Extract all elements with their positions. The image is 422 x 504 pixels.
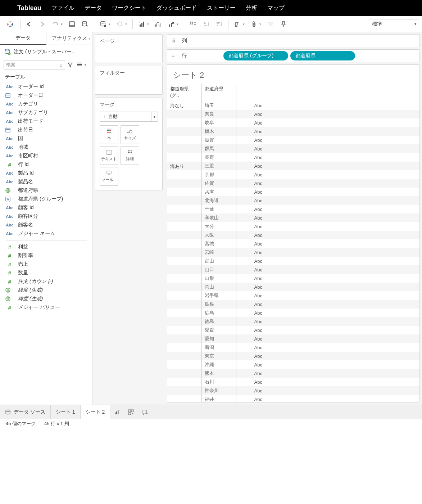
field-item[interactable]: Abc市区町村 (2, 152, 90, 160)
dropdown-icon[interactable]: ▾ (109, 22, 113, 26)
rows-shelf[interactable]: ≡行 都道府県 (グループ) 都道府県 (167, 49, 420, 62)
table-row[interactable]: 広島Abc (167, 309, 419, 317)
field-item[interactable]: Abc製品名 (2, 177, 90, 186)
table-row[interactable]: 山口Abc (167, 265, 419, 274)
table-row[interactable]: 奈良Abc (167, 110, 419, 118)
swap-button[interactable] (187, 19, 199, 30)
table-row[interactable]: 大分Abc (167, 222, 419, 231)
menu-map[interactable]: マップ (267, 4, 285, 12)
new-datasource-button[interactable] (66, 19, 78, 30)
table-row[interactable]: 岐阜Abc (167, 118, 419, 127)
new-worksheet-tab[interactable]: + (110, 405, 124, 419)
table-row[interactable]: 富山Abc (167, 257, 419, 265)
table-row[interactable]: 兵庫Abc (167, 188, 419, 196)
pin-button[interactable] (277, 19, 290, 30)
table-row[interactable]: 宮城Abc (167, 239, 419, 248)
dropdown-icon[interactable]: ▾ (243, 22, 247, 26)
sort-asc-button[interactable] (200, 19, 212, 30)
sheet-tab-2[interactable]: シート 2 (81, 405, 110, 419)
menu-file[interactable]: ファイル (51, 4, 74, 12)
field-item[interactable]: 出荷日 (2, 126, 90, 134)
mark-size-button[interactable]: サイズ (121, 125, 139, 144)
field-item[interactable]: #行 Id (2, 160, 90, 169)
attachment-button[interactable] (248, 19, 260, 30)
save-button[interactable] (49, 19, 62, 30)
new-story-tab[interactable]: + (138, 405, 152, 419)
field-item[interactable]: Abcサブカテゴリ (2, 108, 90, 117)
filter-icon[interactable] (67, 62, 74, 68)
datasource-item[interactable]: 注文 (サンプル - スーパー... (0, 45, 92, 59)
duplicate-button[interactable] (152, 19, 164, 30)
row-pill-group[interactable]: 都道府県 (グループ) (223, 51, 288, 60)
sheet-tab-1[interactable]: シート 1 (51, 405, 81, 419)
table-row[interactable]: 福井Abc (167, 395, 419, 402)
mark-tooltip-button[interactable]: ツール... (100, 167, 118, 186)
table-row[interactable]: 愛媛Abc (167, 326, 419, 334)
table-row[interactable]: 京都Abc (167, 170, 419, 179)
view-icon[interactable] (77, 62, 84, 67)
dropdown-icon[interactable]: ▾ (259, 22, 264, 26)
field-item[interactable]: オーダー日 (2, 91, 90, 100)
field-item[interactable]: Abcオーダー Id (2, 82, 90, 91)
dropdown-icon[interactable]: ▾ (177, 22, 181, 26)
mark-detail-button[interactable]: 詳細 (121, 146, 139, 165)
table-row[interactable]: 熊本Abc (167, 369, 419, 378)
dropdown-icon[interactable]: ▾ (147, 22, 151, 26)
table-row[interactable]: 海なし埼玉Abc (167, 101, 419, 110)
table-row[interactable]: 宮崎Abc (167, 248, 419, 257)
field-item[interactable]: 経度 (生成) (2, 286, 90, 294)
table-row[interactable]: 海あり三重Abc (167, 162, 419, 170)
dropdown-icon[interactable]: ▾ (61, 22, 65, 26)
collapse-icon[interactable]: ‹ (89, 36, 90, 41)
field-item[interactable]: Abcメジャー ネーム (2, 229, 90, 238)
field-item[interactable]: Abc製品 Id (2, 169, 90, 177)
table-row[interactable]: 栃木Abc (167, 127, 419, 136)
field-item[interactable]: Abc出荷モード (2, 117, 90, 126)
pages-card[interactable]: ページ (95, 34, 163, 63)
clear-button[interactable] (165, 19, 177, 30)
table-row[interactable]: 石川Abc (167, 378, 419, 386)
app-name[interactable]: Tableau (17, 4, 41, 12)
sheet-title[interactable]: シート 2 (167, 65, 419, 84)
field-item[interactable]: Abc顧客 Id (2, 203, 90, 212)
col-header-group[interactable]: 都道府県 (グ.. (167, 84, 202, 101)
field-item[interactable]: #売上 (2, 260, 90, 269)
field-item[interactable]: Abc地域 (2, 143, 90, 152)
new-worksheet-button[interactable]: + (136, 19, 148, 30)
table-row[interactable]: 群馬Abc (167, 144, 419, 153)
table-row[interactable]: 和歌山Abc (167, 213, 419, 222)
tableau-logo-icon[interactable] (3, 20, 17, 28)
field-item[interactable]: 緯度 (生成) (2, 294, 90, 303)
datasource-tab[interactable]: データ ソース (0, 405, 51, 419)
field-item[interactable]: Abc顧客区分 (2, 212, 90, 221)
table-row[interactable]: 島根Abc (167, 300, 419, 309)
table-row[interactable]: 愛知Abc (167, 334, 419, 343)
label-button[interactable]: T (264, 19, 277, 30)
menu-worksheet[interactable]: ワークシート (112, 4, 146, 12)
dropdown-icon[interactable]: ▾ (85, 63, 89, 67)
field-item[interactable]: #利益 (2, 243, 90, 251)
table-row[interactable]: 新潟Abc (167, 343, 419, 352)
menu-story[interactable]: ストーリー (207, 4, 236, 12)
fit-selector[interactable]: 標準 (369, 19, 419, 29)
field-item[interactable]: #割引率 (2, 251, 90, 260)
tab-analytics[interactable]: アナリティクス‹ (46, 32, 92, 45)
sort-desc-button[interactable] (213, 19, 225, 30)
table-row[interactable]: 佐賀Abc (167, 179, 419, 188)
field-item[interactable]: #注文 (カウント) (2, 277, 90, 286)
highlight-button[interactable] (231, 19, 244, 30)
table-row[interactable]: 岩手県Abc (167, 291, 419, 300)
menu-data[interactable]: データ (85, 4, 102, 12)
columns-shelf[interactable]: iii列 (167, 34, 420, 47)
refresh-button[interactable] (114, 19, 126, 30)
table-row[interactable]: 長野Abc (167, 153, 419, 162)
field-item[interactable]: Abc国 (2, 134, 90, 143)
field-item[interactable]: Abc顧客名 (2, 221, 90, 229)
mark-text-button[interactable]: Tテキスト (100, 146, 118, 165)
table-row[interactable]: 沖縄Abc (167, 360, 419, 369)
mark-color-button[interactable]: 色 (100, 125, 118, 144)
field-item[interactable]: #数量 (2, 269, 90, 277)
table-row[interactable]: 滋賀Abc (167, 136, 419, 144)
col-header-pref[interactable]: 都道府県 (202, 84, 236, 101)
field-item[interactable]: #メジャー バリュー (2, 303, 90, 312)
